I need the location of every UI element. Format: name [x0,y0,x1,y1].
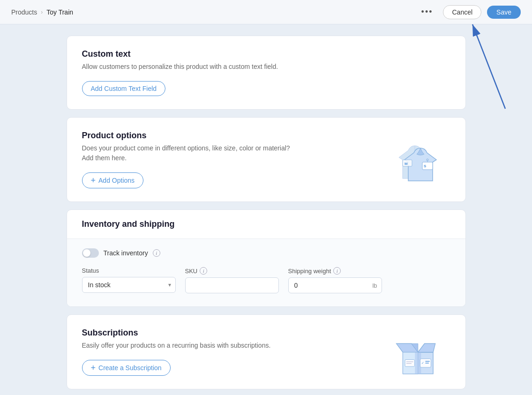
more-options-button[interactable]: ••• [417,4,438,20]
subscriptions-title: Subscriptions [82,328,394,338]
save-button[interactable]: Save [487,6,521,19]
cancel-button[interactable]: Cancel [443,5,481,19]
create-subscription-plus-icon: + [91,364,96,372]
add-custom-text-label: Add Custom Text Field [91,85,157,92]
shipping-weight-field-group: Shipping weight i lb [288,267,382,293]
custom-text-card: Custom text Allow customers to personali… [67,36,466,110]
track-inventory-info-icon[interactable]: i [153,249,160,257]
weight-input[interactable] [288,277,382,293]
subscriptions-content: Subscriptions Easily offer your products… [82,328,394,376]
track-inventory-toggle[interactable] [82,248,99,258]
sku-input[interactable] [185,277,279,293]
subscriptions-illustration: ✓ [394,328,450,375]
product-options-illustration: S M [394,136,450,183]
sku-label: SKU i [185,267,279,275]
inventory-shipping-card: Inventory and shipping Track inventory i… [67,209,466,307]
status-field-group: Status In stock Out of stock ▾ [82,267,176,293]
product-options-content: Product options Does your product come i… [82,131,394,188]
topbar: Products › Toy Train ••• Cancel Save [0,0,532,24]
inventory-fields-row: Status In stock Out of stock ▾ SKU i [82,267,450,293]
shipping-weight-label: Shipping weight i [288,267,382,275]
product-options-desc: Does your product come in different opti… [82,143,394,163]
inventory-body: Track inventory i Status In stock Out of… [67,239,465,306]
topbar-actions: ••• Cancel Save [417,4,521,20]
status-select-wrapper: In stock Out of stock ▾ [82,277,176,293]
svg-text:S: S [424,164,427,168]
add-custom-text-button[interactable]: Add Custom Text Field [82,81,166,96]
subscriptions-card: Subscriptions Easily offer your products… [67,314,466,389]
sku-field-group: SKU i [185,267,279,293]
custom-text-title: Custom text [82,49,450,59]
track-inventory-row: Track inventory i [82,248,450,258]
status-select[interactable]: In stock Out of stock [82,277,176,293]
track-inventory-label: Track inventory [104,249,148,257]
svg-text:M: M [405,162,408,166]
inventory-title: Inventory and shipping [67,210,465,239]
svg-rect-13 [405,359,414,366]
create-subscription-button[interactable]: + Create a Subscription [82,360,171,376]
breadcrumb-products[interactable]: Products [11,8,37,16]
breadcrumb: Products › Toy Train [11,8,73,16]
toggle-knob [83,249,90,257]
svg-line-1 [472,24,505,109]
sku-info-icon[interactable]: i [200,267,207,275]
product-options-title: Product options [82,131,394,141]
create-subscription-label: Create a Subscription [98,364,162,372]
weight-input-wrapper: lb [288,277,382,293]
svg-text:✓: ✓ [421,361,424,365]
add-options-button[interactable]: + Add Options [82,172,144,188]
breadcrumb-current: Toy Train [46,8,73,16]
custom-text-desc: Allow customers to personalize this prod… [82,62,450,72]
product-options-card: Product options Does your product come i… [67,117,466,202]
add-options-plus-icon: + [91,176,96,185]
add-options-label: Add Options [98,177,135,184]
status-label: Status [82,267,176,274]
weight-info-icon[interactable]: i [333,267,341,275]
breadcrumb-chevron-icon: › [41,9,43,15]
arrow-annotation [458,15,515,120]
subscriptions-desc: Easily offer your products on a recurrin… [82,341,394,350]
